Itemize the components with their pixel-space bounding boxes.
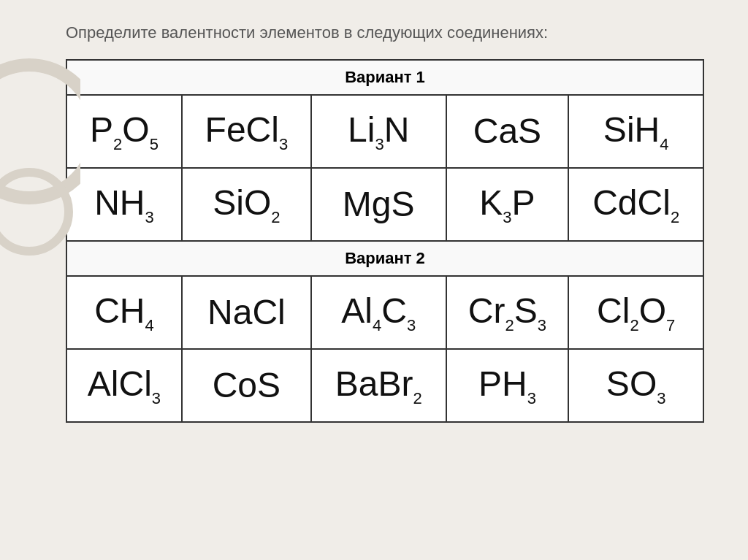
compound-cell-1: SiO2	[182, 168, 311, 241]
compound-cell-3: PH3	[446, 349, 569, 422]
compound-cell-4: SiH4	[568, 95, 703, 168]
compound-cell-1: NaCl	[182, 276, 311, 349]
compound-cell-3: Cr2S3	[446, 276, 569, 349]
compound-cell-0: AlCl3	[66, 349, 182, 422]
compounds-table: Вариант 1P2O5FeCl3Li3NCaSSiH4NH3SiO2MgSK…	[66, 59, 704, 423]
table-row: NH3SiO2MgSK3PCdCl2	[66, 168, 703, 241]
compound-cell-0: CH4	[66, 276, 182, 349]
compound-cell-4: SO3	[568, 349, 703, 422]
compound-cell-2: MgS	[311, 168, 446, 241]
compound-cell-4: CdCl2	[568, 168, 703, 241]
table-row: Вариант 2	[66, 241, 703, 276]
table-row: AlCl3CoSBaBr2PH3SO3	[66, 349, 703, 422]
compound-cell-0: P2O5	[66, 95, 182, 168]
compound-cell-0: NH3	[66, 168, 182, 241]
compound-cell-1: CoS	[182, 349, 311, 422]
main-content: Определите валентности элементов в следу…	[66, 22, 704, 423]
compound-cell-2: Li3N	[311, 95, 446, 168]
compound-cell-2: Al4C3	[311, 276, 446, 349]
compound-cell-2: BaBr2	[311, 349, 446, 422]
background-decoration	[0, 0, 80, 560]
compound-cell-4: Cl2O7	[568, 276, 703, 349]
table-row: CH4NaClAl4C3Cr2S3Cl2O7	[66, 276, 703, 349]
compound-cell-3: CaS	[446, 95, 569, 168]
compound-cell-3: K3P	[446, 168, 569, 241]
variant-header: Вариант 1	[66, 60, 703, 95]
table-row: P2O5FeCl3Li3NCaSSiH4	[66, 95, 703, 168]
table-row: Вариант 1	[66, 60, 703, 95]
instruction-text: Определите валентности элементов в следу…	[66, 22, 704, 45]
compound-cell-1: FeCl3	[182, 95, 311, 168]
variant-header: Вариант 2	[66, 241, 703, 276]
